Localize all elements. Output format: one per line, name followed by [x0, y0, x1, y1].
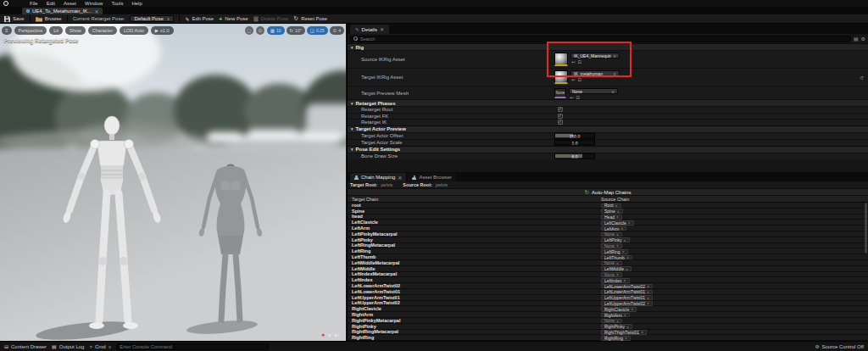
rotation-snap[interactable]: ↻10°: [287, 26, 305, 35]
source-chain-dropdown[interactable]: RightArm∨: [601, 313, 630, 318]
close-icon[interactable]: ✕: [380, 26, 384, 32]
checkbox[interactable]: ✓: [558, 114, 563, 119]
search-box[interactable]: [350, 36, 851, 42]
use-selected-asset-icon[interactable]: ↩: [571, 77, 576, 82]
cmd-dropdown[interactable]: > Cmd ∨: [89, 344, 111, 349]
camera-speed[interactable]: ⊙4: [330, 26, 344, 35]
browse-button[interactable]: Browse: [36, 16, 62, 22]
section-pose-edit-settings[interactable]: ▾ Pose Edit Settings: [348, 146, 868, 153]
viewport-button-character[interactable]: Character: [88, 26, 117, 35]
menu-edit[interactable]: Edit: [47, 0, 55, 7]
source-chain-dropdown[interactable]: LeftClavicle∨: [601, 220, 634, 226]
step-forward-icon[interactable]: ▶▏: [335, 332, 342, 337]
source-chain-dropdown[interactable]: LeftLowerArmTwist02∨: [601, 284, 653, 289]
scrollbar[interactable]: [865, 203, 867, 254]
maximize-viewport-icon[interactable]: ▢: [245, 26, 253, 35]
source-chain-dropdown[interactable]: LeftThumb∨: [601, 255, 632, 260]
browse-to-asset-icon[interactable]: ⊡: [576, 95, 581, 100]
viewport-button-lod-auto[interactable]: LOD Auto: [120, 26, 148, 35]
numeric-field[interactable]: 150.0: [554, 133, 595, 139]
close-tab-icon[interactable]: ✕: [94, 8, 98, 14]
menu-file[interactable]: File: [30, 0, 38, 7]
record-icon[interactable]: ●: [321, 332, 325, 337]
tab-asset-browser[interactable]: Asset Browser: [408, 173, 456, 181]
scale-snap[interactable]: ◲0.25: [307, 26, 328, 35]
delete-pose-button[interactable]: Delete Pose: [253, 16, 289, 22]
section-target-actor-preview[interactable]: ▾ Target Actor Preview: [348, 125, 868, 132]
source-control-button[interactable]: ⊘ Source Control Off: [815, 343, 864, 349]
gear-icon[interactable]: ⚙: [861, 36, 865, 42]
asset-thumbnail[interactable]: None: [554, 88, 566, 98]
source-chain-dropdown[interactable]: LeftPinky∨: [601, 237, 630, 242]
asset-thumbnail[interactable]: [554, 70, 568, 84]
source-chain-dropdown[interactable]: LeftArm∨: [601, 226, 626, 231]
browse-to-asset-icon[interactable]: ⊡: [578, 77, 582, 82]
source-chain-dropdown[interactable]: Spine∨: [601, 209, 623, 214]
asset-thumbnail[interactable]: [554, 53, 568, 66]
asset-dropdown[interactable]: None∨: [569, 88, 618, 94]
tab-details[interactable]: ✎ Details ✕: [350, 25, 389, 34]
output-log-button[interactable]: ▤ Output Log: [52, 343, 84, 349]
asset-tab[interactable]: UE4_To_Metahuman_IK... ✕: [22, 8, 103, 14]
section-rig[interactable]: ▾ Rig: [348, 43, 868, 50]
source-chain-dropdown[interactable]: LeftMiddle∨: [601, 266, 632, 271]
numeric-field[interactable]: 1.0: [554, 140, 595, 146]
menu-help[interactable]: Help: [131, 0, 142, 7]
grid-snap[interactable]: ▦10: [267, 26, 285, 35]
menu-asset[interactable]: Asset: [64, 0, 76, 7]
source-chain-dropdown[interactable]: RightClavicle∨: [601, 307, 637, 312]
source-chain-dropdown[interactable]: Root∨: [601, 203, 621, 209]
viewport-button-show[interactable]: Show: [65, 26, 86, 35]
use-selected-asset-icon[interactable]: ↩: [570, 95, 574, 100]
save-button[interactable]: Save: [4, 16, 25, 22]
playback-speed-button[interactable]: ▶ x1.0: [151, 26, 174, 35]
source-chain-name: LeftMiddle: [604, 266, 624, 271]
new-pose-button[interactable]: +New Pose: [219, 16, 248, 22]
current-pose-dropdown[interactable]: Default Pose∨: [130, 15, 174, 22]
source-chain-dropdown[interactable]: Head∨: [601, 214, 622, 220]
source-chain-dropdown[interactable]: LeftUpperArmTwist01∨: [601, 295, 653, 300]
source-chain-dropdown[interactable]: RightPinky∨: [601, 324, 632, 329]
asset-dropdown[interactable]: IK_UE4_Mannequin∨: [570, 53, 620, 58]
source-chain-dropdown[interactable]: None∨: [601, 243, 622, 248]
menu-tools[interactable]: Tools: [111, 0, 123, 7]
source-chain-dropdown[interactable]: RightRing∨: [601, 336, 631, 341]
source-chain-name: Root: [604, 203, 614, 208]
filter-icon[interactable]: ▤: [854, 36, 859, 42]
console-input-box[interactable]: [116, 343, 269, 350]
refresh-icon: ↻: [585, 189, 589, 196]
viewport-menu-icon[interactable]: ≡: [2, 26, 12, 35]
section-retarget-phases[interactable]: ▾ Retarget Phases: [348, 99, 868, 106]
use-selected-asset-icon[interactable]: ↩: [571, 59, 576, 64]
content-drawer-button[interactable]: ⊟ Content Drawer: [4, 343, 47, 349]
source-chain-dropdown[interactable]: None∨: [601, 232, 622, 237]
reset-pose-button[interactable]: ↻Reset Pose: [293, 15, 327, 22]
checkbox[interactable]: ✓: [558, 107, 563, 112]
edit-pose-button[interactable]: ✎Edit Pose: [185, 16, 214, 22]
viewport-button-lit[interactable]: Lit: [49, 26, 63, 35]
camera-settings-icon[interactable]: ⊙: [256, 26, 264, 35]
source-chain-dropdown[interactable]: None∨: [601, 261, 622, 266]
reset-to-default-icon[interactable]: ↺: [860, 75, 864, 81]
pause-icon[interactable]: ■: [328, 332, 331, 337]
search-input[interactable]: [360, 36, 848, 42]
console-input[interactable]: [120, 344, 265, 349]
source-chain-dropdown[interactable]: LeftIndex∨: [601, 278, 630, 283]
unreal-logo-icon[interactable]: [3, 1, 8, 6]
viewport-button-perspective[interactable]: Perspective: [14, 26, 47, 35]
source-chain-dropdown[interactable]: LeftUpperArmTwist02∨: [601, 301, 653, 306]
3d-viewport[interactable]: ≡ PerspectiveLitShowCharacterLOD Auto ▶ …: [0, 24, 346, 341]
source-chain-dropdown[interactable]: None∨: [601, 272, 622, 277]
menu-window[interactable]: Window: [85, 0, 103, 7]
close-icon[interactable]: ✕: [398, 175, 402, 181]
auto-map-chains-button[interactable]: ↻ Auto-Map Chains: [585, 189, 632, 196]
source-chain-dropdown[interactable]: LeftLowerArmTwist01∨: [601, 290, 653, 295]
browse-to-asset-icon[interactable]: ⊡: [578, 59, 582, 64]
numeric-field[interactable]: 6.0: [554, 153, 595, 159]
checkbox[interactable]: ✓: [558, 120, 563, 125]
asset-dropdown[interactable]: IK_metahuman∨: [570, 70, 620, 76]
tab-chain-mapping[interactable]: Chain Mapping ✕: [350, 173, 406, 181]
source-chain-dropdown[interactable]: LeftRing∨: [601, 249, 628, 254]
source-chain-dropdown[interactable]: RightThighTwist01∨: [601, 330, 647, 335]
source-chain-dropdown[interactable]: None∨: [601, 319, 622, 324]
